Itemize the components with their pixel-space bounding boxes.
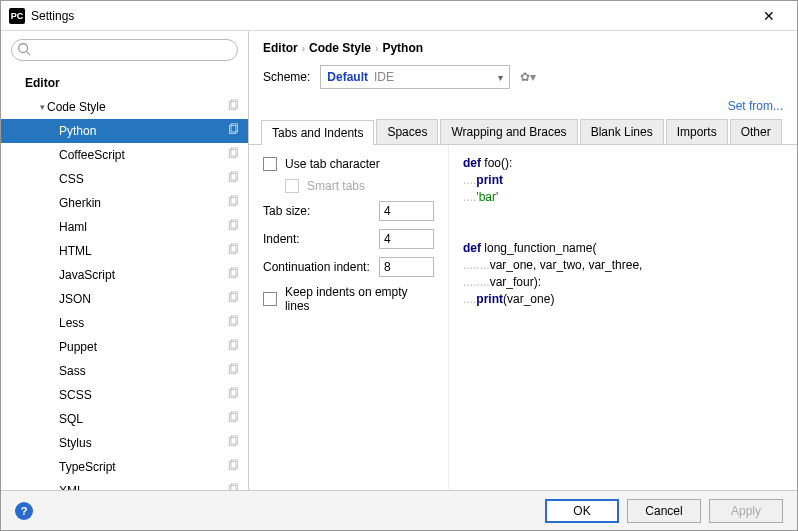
cancel-button[interactable]: Cancel (627, 499, 701, 523)
tree-item-coffeescript[interactable]: CoffeeScript (1, 143, 248, 167)
code-text: def (463, 241, 481, 255)
tab-label: Other (741, 125, 771, 139)
window-title: Settings (31, 9, 749, 23)
close-icon[interactable]: ✕ (749, 8, 789, 24)
code-text: .... (463, 292, 476, 306)
body: Editor ▾ Code Style Python CoffeeScript … (1, 31, 797, 490)
tree-label: Python (59, 124, 227, 138)
copy-icon (227, 363, 240, 379)
tree-label: JSON (59, 292, 227, 306)
scheme-name: Default (327, 70, 368, 84)
set-from-link[interactable]: Set from... (728, 99, 783, 113)
tree-item-typescript[interactable]: TypeScript (1, 455, 248, 479)
code-text: var_one, var_two, var_three, (490, 258, 643, 272)
copy-icon (227, 147, 240, 163)
tree-item-css[interactable]: CSS (1, 167, 248, 191)
ok-button[interactable]: OK (545, 499, 619, 523)
tab-wrapping[interactable]: Wrapping and Braces (440, 119, 577, 144)
crumb-python: Python (382, 41, 423, 55)
tree-label: Haml (59, 220, 227, 234)
tree-label: Editor (25, 76, 240, 90)
tree-label: Less (59, 316, 227, 330)
copy-icon (227, 171, 240, 187)
continuation-indent-input[interactable] (379, 257, 434, 277)
copy-icon (227, 459, 240, 475)
tree-item-sql[interactable]: SQL (1, 407, 248, 431)
tree-item-scss[interactable]: SCSS (1, 383, 248, 407)
search-input[interactable] (11, 39, 238, 61)
tab-imports[interactable]: Imports (666, 119, 728, 144)
app-icon: PC (9, 8, 25, 24)
breadcrumb: Editor › Code Style › Python (249, 31, 797, 61)
tree-item-javascript[interactable]: JavaScript (1, 263, 248, 287)
tree-item-json[interactable]: JSON (1, 287, 248, 311)
tree-label: CoffeeScript (59, 148, 227, 162)
apply-button: Apply (709, 499, 783, 523)
tree-item-xml[interactable]: XML (1, 479, 248, 490)
gear-icon[interactable]: ✿▾ (520, 70, 536, 84)
scheme-dropdown[interactable]: Default IDE ▾ (320, 65, 510, 89)
settings-window: PC Settings ✕ Editor ▾ Code Style (0, 0, 798, 531)
tree-label: SQL (59, 412, 227, 426)
tree-item-sass[interactable]: Sass (1, 359, 248, 383)
checkbox-icon (285, 179, 299, 193)
code-text: print (476, 173, 503, 187)
scheme-label: Scheme: (263, 70, 310, 84)
crumb-editor: Editor (263, 41, 298, 55)
svg-point-0 (19, 44, 28, 53)
tab-blank-lines[interactable]: Blank Lines (580, 119, 664, 144)
code-text: 'bar' (476, 190, 498, 204)
copy-icon (227, 267, 240, 283)
tab-label: Blank Lines (591, 125, 653, 139)
main-panel: Editor › Code Style › Python Scheme: Def… (249, 31, 797, 490)
use-tab-checkbox[interactable]: Use tab character (263, 157, 434, 171)
copy-icon (227, 387, 240, 403)
copy-icon (227, 483, 240, 490)
tab-size-label: Tab size: (263, 204, 379, 218)
tab-size-input[interactable] (379, 201, 434, 221)
code-text: var_four): (490, 275, 541, 289)
tree-item-python[interactable]: Python (1, 119, 248, 143)
code-text: ........ (463, 258, 490, 272)
chevron-right-icon: › (371, 43, 382, 54)
checkbox-label: Use tab character (285, 157, 380, 171)
tree-label: Sass (59, 364, 227, 378)
chevron-right-icon: › (298, 43, 309, 54)
tree-item-editor[interactable]: Editor (1, 71, 248, 95)
copy-icon (227, 411, 240, 427)
continuation-indent-label: Continuation indent: (263, 260, 379, 274)
tab-spaces[interactable]: Spaces (376, 119, 438, 144)
indent-form: Use tab character Smart tabs Tab size: I… (249, 145, 449, 490)
copy-icon (227, 99, 240, 115)
tree-item-code-style[interactable]: ▾ Code Style (1, 95, 248, 119)
tree-item-stylus[interactable]: Stylus (1, 431, 248, 455)
crumb-codestyle: Code Style (309, 41, 371, 55)
checkbox-icon (263, 292, 277, 306)
tree-item-haml[interactable]: Haml (1, 215, 248, 239)
tree-label: SCSS (59, 388, 227, 402)
tab-label: Spaces (387, 125, 427, 139)
help-icon[interactable]: ? (15, 502, 33, 520)
code-text: def (463, 156, 481, 170)
keep-indents-checkbox[interactable]: Keep indents on empty lines (263, 285, 434, 313)
settings-tree: Editor ▾ Code Style Python CoffeeScript … (1, 67, 248, 490)
tree-label: Code Style (47, 100, 227, 114)
copy-icon (227, 243, 240, 259)
checkbox-icon (263, 157, 277, 171)
tree-label: CSS (59, 172, 227, 186)
sidebar: Editor ▾ Code Style Python CoffeeScript … (1, 31, 249, 490)
tree-label: Puppet (59, 340, 227, 354)
tab-other[interactable]: Other (730, 119, 782, 144)
tree-item-puppet[interactable]: Puppet (1, 335, 248, 359)
code-text: .... (463, 173, 476, 187)
tree-item-gherkin[interactable]: Gherkin (1, 191, 248, 215)
tree-item-html[interactable]: HTML (1, 239, 248, 263)
tab-tabs-indents[interactable]: Tabs and Indents (261, 120, 374, 145)
copy-icon (227, 123, 240, 139)
copy-icon (227, 435, 240, 451)
checkbox-label: Keep indents on empty lines (285, 285, 434, 313)
indent-label: Indent: (263, 232, 379, 246)
indent-input[interactable] (379, 229, 434, 249)
titlebar: PC Settings ✕ (1, 1, 797, 31)
tree-item-less[interactable]: Less (1, 311, 248, 335)
